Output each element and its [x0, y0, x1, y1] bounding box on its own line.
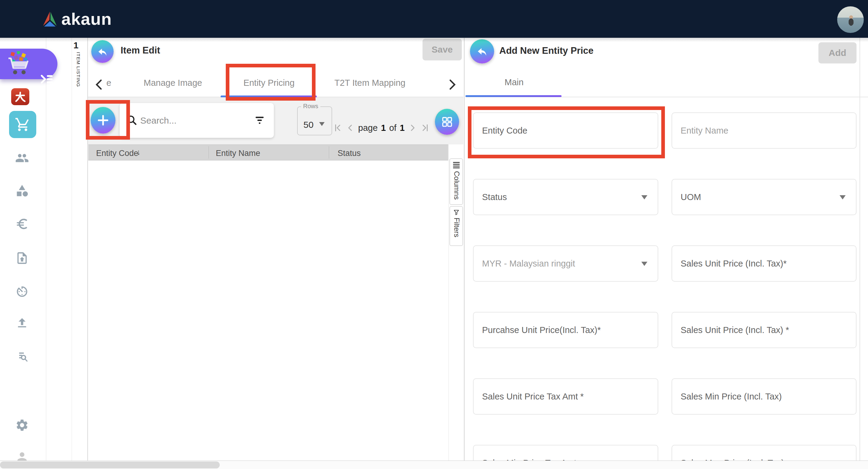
active-tab-underline: [465, 95, 562, 97]
euro-icon[interactable]: [15, 217, 29, 231]
tabs-scroll-right-icon[interactable]: [448, 79, 456, 90]
status-dropdown[interactable]: Status: [473, 179, 658, 215]
sales-unit-price-tax-amt-field[interactable]: Sales Unit Price Tax Amt *: [473, 378, 658, 415]
da-character-icon: [13, 90, 27, 103]
module-tab-item-listing[interactable]: ITEM LISTING: [72, 52, 81, 119]
entity-name-field[interactable]: Entity Name: [672, 113, 857, 149]
sidebar-item-bigledger[interactable]: [11, 88, 29, 105]
column-header-entity-name[interactable]: Entity Name: [216, 149, 260, 158]
back-arrow-icon: [476, 45, 488, 58]
pagination-current: 1: [381, 123, 386, 133]
sort-desc-icon[interactable]: ↓: [136, 148, 141, 157]
last-page-icon[interactable]: [421, 123, 430, 132]
purchase-unit-price-incl-tax-field[interactable]: Purcahse Unit Price(Incl. Tax)*: [473, 312, 658, 348]
add-button[interactable]: Add: [818, 42, 857, 63]
funnel-icon: [453, 209, 460, 216]
sales-unit-price-incl-tax-field[interactable]: Sales Unit Price (Incl. Tax)*: [672, 245, 857, 282]
grid-view-button[interactable]: [435, 109, 459, 135]
columns-side-tab-label: Columns: [453, 171, 461, 204]
tab-main[interactable]: Main: [505, 77, 524, 87]
annotation-box-entity-code-field: [468, 106, 665, 158]
grid-icon: [441, 116, 453, 128]
app-window: akaun: [0, 0, 868, 469]
annotation-box-entity-pricing-tab: [226, 64, 315, 101]
upload-icon[interactable]: [15, 316, 29, 330]
table-body-empty: [88, 160, 448, 469]
filters-side-tab[interactable]: Filters: [450, 206, 463, 246]
top-navbar: akaun: [0, 0, 868, 38]
manage-search-icon[interactable]: [15, 350, 29, 364]
divider: [448, 145, 449, 469]
users-icon[interactable]: [15, 151, 29, 165]
chevron-down-icon: [641, 195, 647, 199]
chevron-down-icon: [840, 195, 846, 199]
user-avatar[interactable]: [837, 6, 864, 33]
pagination-word-page: page: [358, 123, 378, 133]
scrollbar-track[interactable]: [860, 38, 860, 469]
file-upload-icon[interactable]: [15, 251, 29, 265]
chevron-down-icon: [641, 262, 647, 266]
back-arrow-icon: [96, 45, 108, 58]
pagination-total: 1: [400, 123, 405, 133]
prev-page-icon[interactable]: [346, 123, 355, 132]
tab-manage-image[interactable]: Manage Image: [144, 78, 202, 88]
menu-open-icon[interactable]: [40, 73, 54, 85]
first-page-icon[interactable]: [333, 123, 342, 132]
rows-value: 50: [304, 120, 313, 130]
column-header-status[interactable]: Status: [338, 149, 361, 158]
colorful-cart-icon: [5, 51, 37, 77]
category-icon[interactable]: [15, 184, 29, 198]
akaun-logo-icon: [42, 10, 58, 28]
sales-unit-price-incl-tax-2-field[interactable]: Sales Unit Price (Incl. Tax) *: [672, 312, 857, 348]
rows-label: Rows: [301, 103, 320, 110]
timer-icon[interactable]: [15, 285, 29, 299]
annotation-box-add-button: [86, 100, 130, 139]
column-header-entity-code[interactable]: Entity Code: [96, 149, 138, 158]
tabs-scroll-left-icon[interactable]: [95, 79, 103, 90]
table-header: [88, 145, 448, 160]
page-title: Add New Entity Price: [499, 45, 594, 56]
back-button[interactable]: [470, 39, 494, 63]
columns-lines-icon: [453, 162, 460, 169]
divider: [329, 146, 329, 159]
settings-gear-icon[interactable]: [15, 418, 29, 432]
search-input[interactable]: [140, 113, 231, 129]
pagination-word-of: of: [389, 123, 397, 133]
pagination: page 1 of 1: [333, 119, 430, 136]
navbar-shadow: [0, 38, 868, 42]
chevron-down-icon: [319, 122, 324, 126]
panel-divider: [464, 38, 465, 469]
next-page-icon[interactable]: [408, 123, 417, 132]
filter-icon[interactable]: [253, 114, 266, 126]
tab-t2t-item-mapping[interactable]: T2T Item Mapping: [335, 78, 406, 88]
sales-min-price-incl-tax-field[interactable]: Sales Min Price (Incl. Tax): [672, 378, 857, 415]
divider: [209, 146, 209, 159]
shopping-cart-icon: [15, 117, 31, 132]
brand-wordmark: akaun: [61, 9, 112, 29]
back-button[interactable]: [91, 40, 114, 63]
sidebar-item-marketplace[interactable]: [0, 49, 57, 79]
currency-dropdown[interactable]: MYR - Malaysian ringgit: [473, 245, 658, 282]
rows-per-page-select[interactable]: [297, 106, 332, 135]
tab-overflow-partial[interactable]: e: [106, 78, 111, 88]
sidebar-item-pos-cart-active[interactable]: [9, 111, 36, 138]
filters-side-tab-label: Filters: [453, 218, 461, 245]
columns-side-tab[interactable]: Columns: [450, 158, 463, 205]
page-title: Item Edit: [121, 45, 160, 56]
uom-dropdown[interactable]: UOM: [672, 179, 857, 215]
horizontal-scrollbar-thumb[interactable]: [0, 462, 220, 468]
